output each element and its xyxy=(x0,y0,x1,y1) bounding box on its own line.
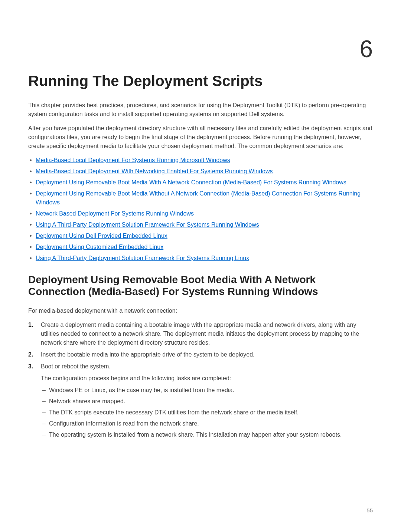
scenario-link[interactable]: Using A Third-Party Deployment Solution … xyxy=(36,255,249,261)
list-item: Deployment Using Dell Provided Embedded … xyxy=(36,231,373,240)
list-item: Media-Based Local Deployment With Networ… xyxy=(36,167,373,176)
scenario-link[interactable]: Deployment Using Dell Provided Embedded … xyxy=(36,233,167,239)
step-text: Insert the bootable media into the appro… xyxy=(41,351,254,358)
step-item: 2. Insert the bootable media into the ap… xyxy=(41,350,373,359)
scenario-link-list: Media-Based Local Deployment For Systems… xyxy=(28,156,373,263)
section-intro: For media-based deployment with a networ… xyxy=(28,306,373,315)
list-item: Deployment Using Removable Boot Media Wi… xyxy=(36,178,373,187)
sub-task-item: The DTK scripts execute the necessary DT… xyxy=(49,408,373,417)
step-item: 1. Create a deployment media containing … xyxy=(41,321,373,347)
chapter-number: 6 xyxy=(28,37,373,61)
step-number: 3. xyxy=(28,362,33,371)
list-item: Deployment Using Customized Embedded Lin… xyxy=(36,243,373,252)
scenario-link[interactable]: Deployment Using Customized Embedded Lin… xyxy=(36,244,163,250)
list-item: Using A Third-Party Deployment Solution … xyxy=(36,254,373,263)
sub-task-item: Windows PE or Linux, as the case may be,… xyxy=(49,386,373,395)
sub-task-item: The operating system is installed from a… xyxy=(49,430,373,439)
intro-paragraph-2: After you have populated the deployment … xyxy=(28,124,373,151)
list-item: Deployment Using Removable Boot Media Wi… xyxy=(36,189,373,207)
scenario-link[interactable]: Using A Third-Party Deployment Solution … xyxy=(36,221,259,228)
step-item: 3. Boot or reboot the system. The config… xyxy=(41,362,373,439)
chapter-title: Running The Deployment Scripts xyxy=(28,72,373,90)
step-number: 1. xyxy=(28,321,33,329)
step-text: Create a deployment media containing a b… xyxy=(41,322,359,346)
scenario-link[interactable]: Network Based Deployment For Systems Run… xyxy=(36,210,194,217)
list-item: Media-Based Local Deployment For Systems… xyxy=(36,156,373,165)
scenario-link[interactable]: Media-Based Local Deployment For Systems… xyxy=(36,157,230,163)
step-text: Boot or reboot the system. xyxy=(41,363,111,370)
list-item: Network Based Deployment For Systems Run… xyxy=(36,209,373,218)
scenario-link[interactable]: Deployment Using Removable Boot Media Wi… xyxy=(36,190,361,206)
steps-list: 1. Create a deployment media containing … xyxy=(28,321,373,439)
list-item: Using A Third-Party Deployment Solution … xyxy=(36,220,373,229)
sub-task-item: Network shares are mapped. xyxy=(49,397,373,406)
step-sub-text: The configuration process begins and the… xyxy=(41,374,373,383)
page-number: 55 xyxy=(366,507,373,513)
sub-task-list: Windows PE or Linux, as the case may be,… xyxy=(41,386,373,439)
section-heading: Deployment Using Removable Boot Media Wi… xyxy=(28,274,373,298)
intro-paragraph-1: This chapter provides best practices, pr… xyxy=(28,101,373,119)
scenario-link[interactable]: Deployment Using Removable Boot Media Wi… xyxy=(36,179,346,185)
step-number: 2. xyxy=(28,350,33,359)
sub-task-item: Configuration information is read from t… xyxy=(49,419,373,428)
scenario-link[interactable]: Media-Based Local Deployment With Networ… xyxy=(36,168,273,174)
